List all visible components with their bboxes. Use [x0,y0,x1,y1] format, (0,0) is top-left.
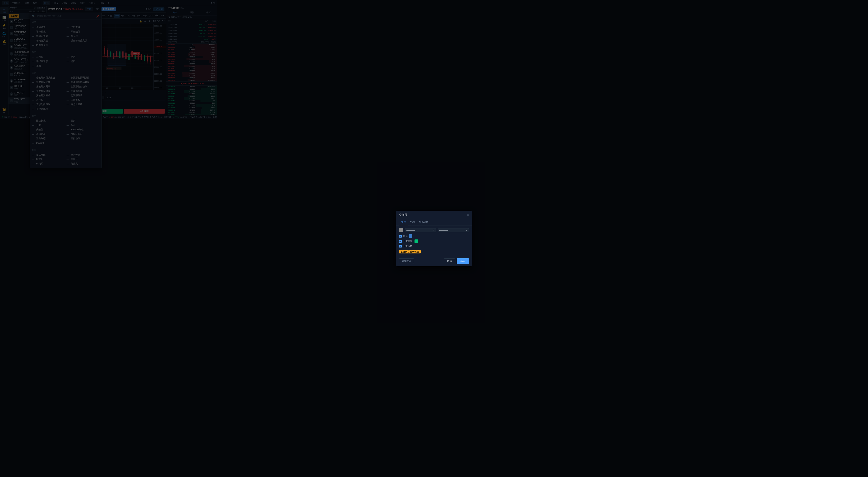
modal-overlay[interactable]: 空间尺 × 参数 坐标 可见周期 ————∨ ————∨ 底色 [0,0,217,119]
